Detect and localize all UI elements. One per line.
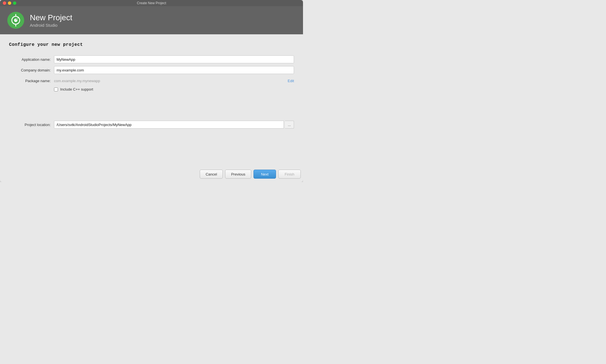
form-area: Application name: Company domain: Packag… xyxy=(9,55,294,162)
form-spacer xyxy=(9,94,294,120)
company-domain-label: Company domain: xyxy=(9,68,54,72)
app-name-label: Application name: xyxy=(9,57,54,62)
app-name-input[interactable] xyxy=(54,55,294,63)
android-studio-logo xyxy=(7,11,25,29)
title-bar: Create New Project xyxy=(0,0,303,6)
main-window: Create New Project New Project Android S… xyxy=(0,0,303,182)
edit-package-link[interactable]: Edit xyxy=(288,79,294,83)
finish-button[interactable]: Finish xyxy=(278,170,301,179)
package-name-label: Package name: xyxy=(9,79,54,83)
window-controls xyxy=(3,1,16,5)
cancel-button[interactable]: Cancel xyxy=(200,170,223,179)
previous-button[interactable]: Previous xyxy=(225,170,251,179)
cpp-support-checkbox[interactable] xyxy=(54,87,58,91)
company-domain-input[interactable] xyxy=(54,66,294,74)
project-location-row: Project location: ... xyxy=(9,120,294,129)
browse-button[interactable]: ... xyxy=(285,121,294,129)
maximize-button[interactable] xyxy=(13,1,16,5)
package-value-wrapper: com.example.my.mynewapp Edit xyxy=(54,79,294,83)
header-section: New Project Android Studio xyxy=(0,6,303,34)
next-button[interactable]: Next xyxy=(253,170,276,179)
window-title: Create New Project xyxy=(137,1,166,5)
project-location-label: Project location: xyxy=(9,123,54,127)
header-text: New Project Android Studio xyxy=(30,13,72,28)
project-location-section: Project location: ... xyxy=(9,120,294,131)
bottom-spacer xyxy=(9,136,294,162)
package-name-row: Package name: com.example.my.mynewapp Ed… xyxy=(9,77,294,85)
location-input-wrapper: ... xyxy=(54,121,294,129)
header-subtitle: Android Studio xyxy=(30,23,72,28)
header-title: New Project xyxy=(30,13,72,23)
package-name-value: com.example.my.mynewapp xyxy=(54,79,100,83)
app-name-row: Application name: xyxy=(9,55,294,64)
content-area: Configure your new project Application n… xyxy=(0,34,303,167)
cpp-support-label[interactable]: Include C++ support xyxy=(60,87,93,91)
footer-buttons: Cancel Previous Next Finish xyxy=(0,167,303,182)
cpp-support-row: Include C++ support xyxy=(54,87,294,91)
project-location-input[interactable] xyxy=(54,121,284,129)
close-button[interactable] xyxy=(3,1,6,5)
minimize-button[interactable] xyxy=(8,1,11,5)
company-domain-row: Company domain: xyxy=(9,66,294,74)
section-title: Configure your new project xyxy=(9,42,294,47)
